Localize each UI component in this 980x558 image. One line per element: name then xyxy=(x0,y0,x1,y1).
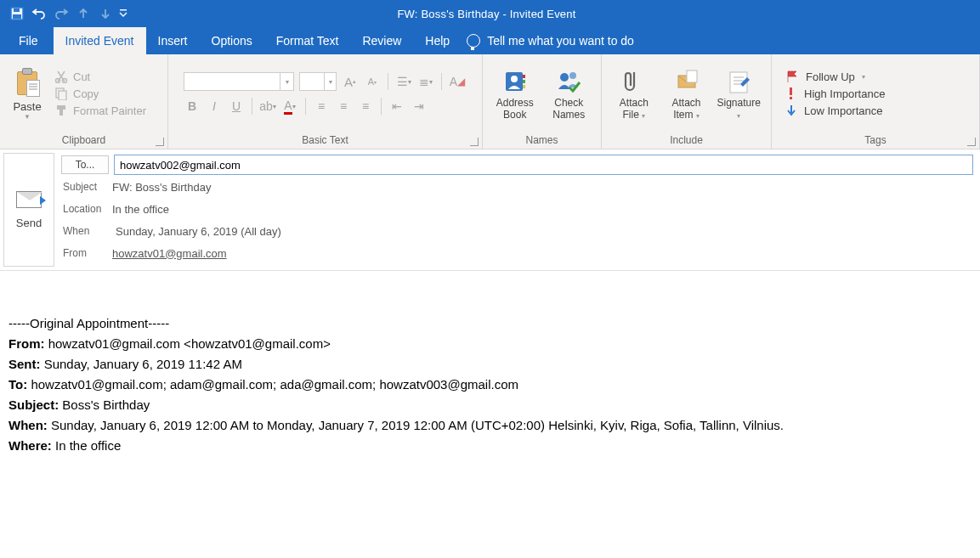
svg-rect-13 xyxy=(523,75,525,78)
group-label-basic-text: Basic Text xyxy=(302,134,348,146)
body-sent-value: Sunday, January 6, 2019 11:42 AM xyxy=(41,357,242,371)
svg-point-16 xyxy=(560,73,569,82)
redo-icon[interactable] xyxy=(51,3,71,24)
low-importance-button[interactable]: Low Importance xyxy=(785,104,885,117)
svg-rect-8 xyxy=(59,91,66,100)
message-body[interactable]: -----Original Appointment----- From: how… xyxy=(0,271,980,473)
group-names: AddressBook CheckNames Names xyxy=(483,54,602,149)
send-button[interactable]: Send xyxy=(3,153,54,267)
svg-rect-19 xyxy=(687,70,697,82)
qat-customize-icon[interactable] xyxy=(117,3,129,24)
decrease-indent-icon[interactable]: ⇤ xyxy=(388,98,405,115)
svg-rect-2 xyxy=(14,8,20,12)
underline-button[interactable]: U xyxy=(228,98,245,115)
copy-button[interactable]: Copy xyxy=(54,87,146,100)
cut-label: Cut xyxy=(73,70,90,83)
title-bar: FW: Boss's Birthday - Invited Event xyxy=(0,0,980,27)
address-book-button[interactable]: AddressBook xyxy=(490,65,541,121)
align-right-icon[interactable]: ≡ xyxy=(357,98,374,115)
body-subject-label: Subject: xyxy=(8,397,59,412)
undo-icon[interactable] xyxy=(29,3,49,24)
body-subject-value: Boss's Birthday xyxy=(59,397,150,412)
svg-point-17 xyxy=(569,72,576,79)
body-when-label: When: xyxy=(8,418,48,432)
paste-button[interactable]: Paste ▼ xyxy=(7,66,48,121)
to-field[interactable] xyxy=(114,155,973,175)
body-to-value: howzatv01@gmail.com; adam@gmail.com; ada… xyxy=(27,377,518,392)
cut-button[interactable]: Cut xyxy=(54,70,146,83)
shrink-font-icon[interactable]: A▾ xyxy=(364,73,381,90)
tab-file[interactable]: File xyxy=(3,27,54,54)
group-label-clipboard: Clipboard xyxy=(62,134,105,146)
tab-insert[interactable]: Insert xyxy=(146,27,200,54)
subject-value[interactable]: FW: Boss's Birthday xyxy=(112,181,211,194)
check-names-button[interactable]: CheckNames xyxy=(544,65,595,121)
tab-format-text[interactable]: Format Text xyxy=(264,27,351,54)
align-center-icon[interactable]: ≡ xyxy=(335,98,352,115)
check-names-icon xyxy=(556,67,581,96)
dialog-launcher-icon[interactable] xyxy=(156,138,164,146)
follow-up-button[interactable]: Follow Up ▾ xyxy=(785,70,885,83)
tell-me-search[interactable]: Tell me what you want to do xyxy=(462,27,634,54)
envelope-icon xyxy=(16,191,42,208)
up-arrow-icon[interactable] xyxy=(73,3,93,24)
high-importance-label: High Importance xyxy=(804,87,885,100)
attach-item-button[interactable]: AttachItem ▾ xyxy=(661,65,712,121)
window-title: FW: Boss's Birthday - Invited Event xyxy=(129,8,844,20)
subject-label: Subject xyxy=(59,181,112,193)
signature-button[interactable]: Signature▾ xyxy=(713,65,764,121)
svg-point-12 xyxy=(511,76,518,82)
clear-formatting-icon[interactable]: A◢ xyxy=(449,73,466,90)
high-importance-button[interactable]: High Importance xyxy=(785,87,885,100)
down-arrow-blue-icon xyxy=(785,104,797,117)
format-painter-button[interactable]: Format Painter xyxy=(54,104,146,117)
svg-rect-22 xyxy=(790,97,792,99)
original-appointment-divider: -----Original Appointment----- xyxy=(8,313,972,334)
chevron-down-icon: ▼ xyxy=(24,113,31,121)
align-left-icon[interactable]: ≡ xyxy=(313,98,330,115)
font-color-button[interactable]: A▾ xyxy=(281,98,298,115)
italic-button[interactable]: I xyxy=(206,98,223,115)
exclamation-icon xyxy=(785,87,797,100)
flag-icon xyxy=(785,70,799,83)
numbering-icon[interactable]: ≣▾ xyxy=(417,73,434,90)
format-painter-label: Format Painter xyxy=(73,104,146,117)
to-button[interactable]: To... xyxy=(61,155,109,174)
tab-invited-event[interactable]: Invited Event xyxy=(54,27,146,54)
body-sent-label: Sent: xyxy=(8,357,41,371)
tab-help[interactable]: Help xyxy=(413,27,462,54)
when-value: Sunday, January 6, 2019 (All day) xyxy=(112,225,281,238)
follow-up-label: Follow Up xyxy=(806,70,855,83)
svg-rect-15 xyxy=(523,85,525,88)
dialog-launcher-icon[interactable] xyxy=(470,138,479,146)
grow-font-icon[interactable]: A▴ xyxy=(342,73,359,90)
body-to-label: To: xyxy=(8,377,27,392)
compose-header: Send To... Subject FW: Boss's Birthday L… xyxy=(0,149,980,271)
tab-review[interactable]: Review xyxy=(350,27,413,54)
body-from-label: From: xyxy=(8,336,45,351)
font-size-combo[interactable]: ▾ xyxy=(299,72,337,91)
from-value[interactable]: howzatv01@gmail.com xyxy=(112,247,227,260)
svg-rect-3 xyxy=(13,14,21,19)
svg-rect-4 xyxy=(120,9,127,11)
low-importance-label: Low Importance xyxy=(804,104,883,117)
body-from-value: howzatv01@gmail.com <howzatv01@gmail.com… xyxy=(45,336,331,351)
address-book-icon xyxy=(502,67,528,96)
highlight-button[interactable]: ab▾ xyxy=(259,98,276,115)
location-value: In the office xyxy=(112,203,169,216)
bullets-icon[interactable]: ☰▾ xyxy=(395,73,412,90)
lightbulb-icon xyxy=(467,34,480,48)
tab-options[interactable]: Options xyxy=(200,27,264,54)
group-label-tags: Tags xyxy=(864,134,886,146)
down-arrow-icon[interactable] xyxy=(95,3,116,24)
increase-indent-icon[interactable]: ⇥ xyxy=(411,98,428,115)
font-family-combo[interactable]: ▾ xyxy=(184,72,294,91)
paperclip-icon xyxy=(623,67,645,96)
save-icon[interactable] xyxy=(7,3,27,24)
dialog-launcher-icon[interactable] xyxy=(967,138,976,146)
signature-icon xyxy=(727,67,751,96)
body-where-value: In the office xyxy=(52,438,121,453)
bold-button[interactable]: B xyxy=(184,98,201,115)
attach-file-button[interactable]: AttachFile ▾ xyxy=(609,65,660,121)
body-when-value: Sunday, January 6, 2019 12:00 AM to Mond… xyxy=(48,418,784,432)
